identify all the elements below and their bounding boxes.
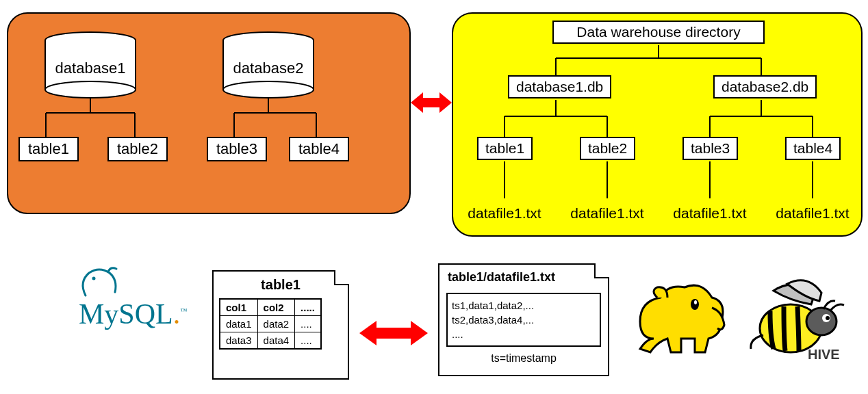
doc-corner-icon <box>334 270 349 285</box>
mysql-mini-table: col1 col2 ..... data1 data2 .... data3 d… <box>219 298 322 350</box>
timestamp-label: ts=timestamp <box>439 350 608 369</box>
svg-point-35 <box>92 277 96 280</box>
r2c3: .... <box>295 332 321 350</box>
hive-doc-content: ts1,data1,data2,... ts2,data3,data4,... … <box>446 293 601 347</box>
r2c2: data4 <box>257 332 295 350</box>
db2-node: database2.db <box>713 75 817 98</box>
left-table3: table3 <box>207 137 267 161</box>
svg-point-37 <box>691 299 699 310</box>
mysql-text: MySQL <box>79 298 173 330</box>
r-table3: table3 <box>682 137 738 160</box>
svg-point-38 <box>694 300 697 304</box>
r1c2: data2 <box>257 316 295 332</box>
file2: datafile1.txt <box>559 205 655 222</box>
doc-corner-icon <box>594 263 609 278</box>
hive-doc-title: table1/datafile1.txt <box>439 265 608 290</box>
r-table2: table2 <box>580 137 635 160</box>
mysql-panel: database1 database2 table1 table2 table3… <box>7 12 411 214</box>
r2c1: data3 <box>220 332 257 350</box>
right-tree-lines <box>453 14 864 238</box>
svg-point-40 <box>806 308 837 335</box>
r-table1: table1 <box>477 137 533 160</box>
col1-header: col1 <box>220 299 257 316</box>
r1c3: .... <box>295 316 321 332</box>
svg-marker-34 <box>411 92 452 113</box>
mysql-table-doc: table1 col1 col2 ..... data1 data2 .... … <box>212 270 349 380</box>
r-table4: table4 <box>785 137 841 160</box>
db1-node: database1.db <box>508 75 611 98</box>
col3-header: ..... <box>295 299 321 316</box>
file4: datafile1.txt <box>765 205 860 222</box>
mysql-doc-title: table1 <box>214 272 348 298</box>
left-table1: table1 <box>18 137 79 161</box>
warehouse-panel: Data warehouse directory database1.db da… <box>452 12 863 237</box>
file1: datafile1.txt <box>457 205 552 222</box>
svg-point-42 <box>826 316 830 320</box>
hadoop-logo <box>630 274 732 365</box>
mysql-logo: MySQL.™ <box>79 270 187 303</box>
col2-header: col2 <box>257 299 295 316</box>
r1c1: data1 <box>220 316 257 332</box>
bottom-double-arrow <box>359 318 428 349</box>
hive-logo: HIVE <box>743 274 859 372</box>
hive-datafile-doc: table1/datafile1.txt ts1,data1,data2,...… <box>438 263 609 376</box>
left-tree-lines <box>8 14 412 215</box>
top-double-arrow <box>411 89 452 116</box>
left-table4: table4 <box>289 137 349 161</box>
left-table2: table2 <box>107 137 168 161</box>
file3: datafile1.txt <box>662 205 758 222</box>
svg-marker-36 <box>359 321 428 345</box>
hive-text: HIVE <box>808 347 840 362</box>
